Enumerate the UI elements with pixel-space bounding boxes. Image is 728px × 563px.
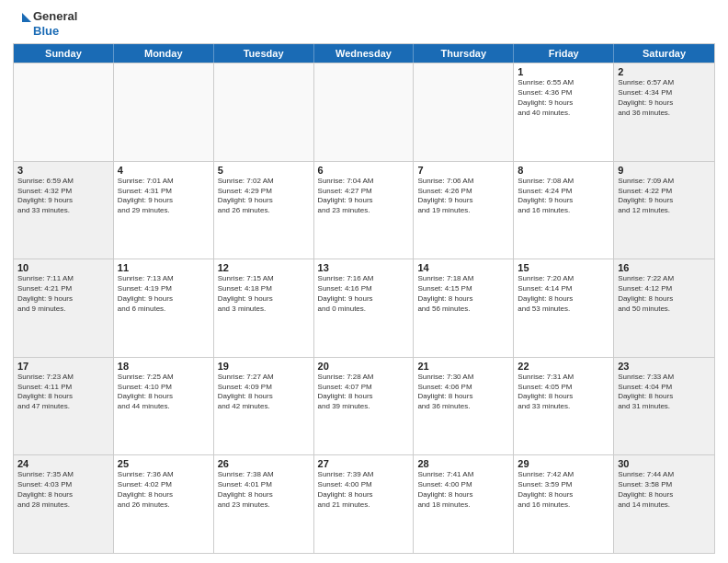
cal-week-3: 17Sunrise: 7:23 AM Sunset: 4:11 PM Dayli… <box>14 357 714 455</box>
cal-cell-empty-0-3 <box>314 63 415 161</box>
day-number: 2 <box>618 66 711 77</box>
cell-info: Sunrise: 6:57 AM Sunset: 4:34 PM Dayligh… <box>618 78 711 118</box>
cell-info: Sunrise: 7:39 AM Sunset: 4:00 PM Dayligh… <box>318 470 410 510</box>
cal-cell-26: 26Sunrise: 7:38 AM Sunset: 4:01 PM Dayli… <box>214 455 314 553</box>
cal-cell-empty-0-2 <box>214 63 314 161</box>
cal-cell-11: 11Sunrise: 7:13 AM Sunset: 4:19 PM Dayli… <box>114 259 214 357</box>
day-number: 25 <box>118 458 210 469</box>
day-number: 27 <box>318 458 410 469</box>
cal-cell-12: 12Sunrise: 7:15 AM Sunset: 4:18 PM Dayli… <box>214 259 314 357</box>
cal-cell-empty-0-4 <box>414 63 514 161</box>
calendar-body: 1Sunrise: 6:55 AM Sunset: 4:36 PM Daylig… <box>14 63 714 553</box>
page-header: General Blue <box>13 9 715 38</box>
day-number: 17 <box>17 361 109 372</box>
cal-cell-25: 25Sunrise: 7:36 AM Sunset: 4:02 PM Dayli… <box>114 455 214 553</box>
day-number: 22 <box>518 361 609 372</box>
cal-cell-2: 2Sunrise: 6:57 AM Sunset: 4:34 PM Daylig… <box>614 63 714 161</box>
day-number: 10 <box>17 262 109 273</box>
cal-cell-empty-0-0 <box>14 63 114 161</box>
cal-cell-1: 1Sunrise: 6:55 AM Sunset: 4:36 PM Daylig… <box>514 63 614 161</box>
day-number: 20 <box>318 361 410 372</box>
cell-info: Sunrise: 7:31 AM Sunset: 4:05 PM Dayligh… <box>518 373 609 412</box>
cell-info: Sunrise: 7:22 AM Sunset: 4:12 PM Dayligh… <box>618 274 711 314</box>
cal-cell-21: 21Sunrise: 7:30 AM Sunset: 4:06 PM Dayli… <box>414 358 514 455</box>
cal-cell-24: 24Sunrise: 7:35 AM Sunset: 4:03 PM Dayli… <box>14 455 114 553</box>
cell-info: Sunrise: 7:02 AM Sunset: 4:29 PM Dayligh… <box>218 177 310 216</box>
cal-cell-28: 28Sunrise: 7:41 AM Sunset: 4:00 PM Dayli… <box>414 455 514 553</box>
day-number: 30 <box>618 458 711 469</box>
cal-cell-19: 19Sunrise: 7:27 AM Sunset: 4:09 PM Dayli… <box>214 358 314 455</box>
cal-cell-3: 3Sunrise: 6:59 AM Sunset: 4:32 PM Daylig… <box>14 162 114 259</box>
cell-info: Sunrise: 7:42 AM Sunset: 3:59 PM Dayligh… <box>518 470 609 510</box>
cal-cell-8: 8Sunrise: 7:08 AM Sunset: 4:24 PM Daylig… <box>514 162 614 259</box>
cal-cell-10: 10Sunrise: 7:11 AM Sunset: 4:21 PM Dayli… <box>14 259 114 357</box>
calendar-header: SundayMondayTuesdayWednesdayThursdayFrid… <box>14 44 714 63</box>
header-day-wednesday: Wednesday <box>314 44 415 63</box>
cal-week-0: 1Sunrise: 6:55 AM Sunset: 4:36 PM Daylig… <box>14 63 714 161</box>
cal-cell-22: 22Sunrise: 7:31 AM Sunset: 4:05 PM Dayli… <box>514 358 614 455</box>
cell-info: Sunrise: 7:35 AM Sunset: 4:03 PM Dayligh… <box>17 470 109 510</box>
cell-info: Sunrise: 7:13 AM Sunset: 4:19 PM Dayligh… <box>118 274 210 314</box>
cal-cell-30: 30Sunrise: 7:44 AM Sunset: 3:58 PM Dayli… <box>614 455 714 553</box>
cell-info: Sunrise: 6:59 AM Sunset: 4:32 PM Dayligh… <box>17 177 109 216</box>
cell-info: Sunrise: 7:16 AM Sunset: 4:16 PM Dayligh… <box>318 274 410 314</box>
day-number: 19 <box>218 361 310 372</box>
cal-cell-23: 23Sunrise: 7:33 AM Sunset: 4:04 PM Dayli… <box>614 358 714 455</box>
cal-cell-16: 16Sunrise: 7:22 AM Sunset: 4:12 PM Dayli… <box>614 259 714 357</box>
header-day-tuesday: Tuesday <box>214 44 314 63</box>
cell-info: Sunrise: 7:28 AM Sunset: 4:07 PM Dayligh… <box>318 373 410 412</box>
day-number: 28 <box>417 458 509 469</box>
cal-cell-6: 6Sunrise: 7:04 AM Sunset: 4:27 PM Daylig… <box>314 162 415 259</box>
cell-info: Sunrise: 7:15 AM Sunset: 4:18 PM Dayligh… <box>218 274 310 314</box>
day-number: 1 <box>518 66 609 77</box>
cell-info: Sunrise: 6:55 AM Sunset: 4:36 PM Dayligh… <box>518 78 609 118</box>
cal-cell-5: 5Sunrise: 7:02 AM Sunset: 4:29 PM Daylig… <box>214 162 314 259</box>
cell-info: Sunrise: 7:09 AM Sunset: 4:22 PM Dayligh… <box>618 177 711 216</box>
cell-info: Sunrise: 7:04 AM Sunset: 4:27 PM Dayligh… <box>318 177 410 216</box>
header-day-friday: Friday <box>514 44 614 63</box>
cal-cell-18: 18Sunrise: 7:25 AM Sunset: 4:10 PM Dayli… <box>114 358 214 455</box>
day-number: 9 <box>618 165 711 176</box>
cal-cell-14: 14Sunrise: 7:18 AM Sunset: 4:15 PM Dayli… <box>414 259 514 357</box>
day-number: 11 <box>118 262 210 273</box>
logo: General Blue <box>13 9 77 38</box>
day-number: 7 <box>417 165 509 176</box>
cell-info: Sunrise: 7:44 AM Sunset: 3:58 PM Dayligh… <box>618 470 711 510</box>
cell-info: Sunrise: 7:06 AM Sunset: 4:26 PM Dayligh… <box>417 177 509 216</box>
day-number: 15 <box>518 262 609 273</box>
cal-cell-9: 9Sunrise: 7:09 AM Sunset: 4:22 PM Daylig… <box>614 162 714 259</box>
cell-info: Sunrise: 7:18 AM Sunset: 4:15 PM Dayligh… <box>417 274 509 314</box>
day-number: 4 <box>118 165 210 176</box>
day-number: 23 <box>618 361 711 372</box>
cal-cell-4: 4Sunrise: 7:01 AM Sunset: 4:31 PM Daylig… <box>114 162 214 259</box>
day-number: 18 <box>118 361 210 372</box>
cell-info: Sunrise: 7:25 AM Sunset: 4:10 PM Dayligh… <box>118 373 210 412</box>
cell-info: Sunrise: 7:30 AM Sunset: 4:06 PM Dayligh… <box>417 373 509 412</box>
cell-info: Sunrise: 7:38 AM Sunset: 4:01 PM Dayligh… <box>218 470 310 510</box>
svg-marker-0 <box>22 13 31 22</box>
cell-info: Sunrise: 7:41 AM Sunset: 4:00 PM Dayligh… <box>417 470 509 510</box>
cal-cell-27: 27Sunrise: 7:39 AM Sunset: 4:00 PM Dayli… <box>314 455 415 553</box>
day-number: 29 <box>518 458 609 469</box>
logo-triangle-icon <box>13 11 31 37</box>
logo-container: General Blue <box>13 9 77 38</box>
day-number: 5 <box>218 165 310 176</box>
header-day-monday: Monday <box>114 44 214 63</box>
calendar: SundayMondayTuesdayWednesdayThursdayFrid… <box>13 43 715 554</box>
cal-cell-empty-0-1 <box>114 63 214 161</box>
day-number: 13 <box>318 262 410 273</box>
cal-cell-7: 7Sunrise: 7:06 AM Sunset: 4:26 PM Daylig… <box>414 162 514 259</box>
cal-cell-17: 17Sunrise: 7:23 AM Sunset: 4:11 PM Dayli… <box>14 358 114 455</box>
cell-info: Sunrise: 7:01 AM Sunset: 4:31 PM Dayligh… <box>118 177 210 216</box>
cell-info: Sunrise: 7:20 AM Sunset: 4:14 PM Dayligh… <box>518 274 609 314</box>
cell-info: Sunrise: 7:27 AM Sunset: 4:09 PM Dayligh… <box>218 373 310 412</box>
cal-cell-13: 13Sunrise: 7:16 AM Sunset: 4:16 PM Dayli… <box>314 259 415 357</box>
cell-info: Sunrise: 7:36 AM Sunset: 4:02 PM Dayligh… <box>118 470 210 510</box>
header-day-sunday: Sunday <box>14 44 114 63</box>
cal-week-4: 24Sunrise: 7:35 AM Sunset: 4:03 PM Dayli… <box>14 454 714 553</box>
cal-week-1: 3Sunrise: 6:59 AM Sunset: 4:32 PM Daylig… <box>14 161 714 259</box>
day-number: 16 <box>618 262 711 273</box>
day-number: 26 <box>218 458 310 469</box>
cal-cell-20: 20Sunrise: 7:28 AM Sunset: 4:07 PM Dayli… <box>314 358 415 455</box>
day-number: 8 <box>518 165 609 176</box>
